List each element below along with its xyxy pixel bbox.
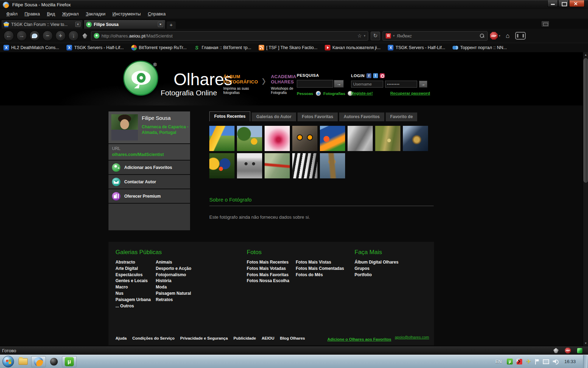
add-favorites-button[interactable]: Adicionar aos Favoritos	[108, 161, 190, 174]
search-input[interactable]	[397, 33, 477, 39]
photo-duckling[interactable]	[403, 126, 428, 151]
tab-fotos-favoritas[interactable]: Fotos Favoritas	[298, 113, 338, 121]
utorrent-tray-icon[interactable]: µ	[507, 359, 513, 364]
photo-dog-bw[interactable]	[348, 126, 373, 151]
explorer-button[interactable]	[19, 358, 28, 365]
footer-link[interactable]: Fotos Mais Recentes	[247, 259, 289, 266]
menu-item[interactable]: Справка	[144, 10, 169, 18]
menu-item[interactable]: Файл	[3, 10, 21, 18]
offer-premium-button[interactable]: Oferecer Premium	[108, 189, 190, 203]
chevron-down-icon[interactable]: ▾	[364, 34, 365, 38]
footer-bottom-link[interactable]: Condições do Serviço	[132, 335, 175, 342]
adblock-status-icon[interactable]: ABP	[565, 348, 571, 354]
radio-people-label[interactable]: Pessoas	[297, 91, 313, 96]
contact-author-button[interactable]: Contactar Autor	[108, 175, 190, 189]
footer-bottom-link[interactable]: AEIOU	[261, 335, 274, 342]
new-tab-button[interactable]: +	[167, 21, 176, 29]
addon-diamond-icon[interactable]	[83, 33, 87, 39]
login-submit-button[interactable]: →	[419, 81, 427, 88]
footer-link[interactable]: Portfolio	[355, 272, 398, 278]
profile-location[interactable]: Charneca de Caparica - Almada, Portugal	[142, 124, 188, 135]
olhares-social-icon[interactable]	[380, 73, 385, 78]
footer-link[interactable]: Fotojornalismo	[156, 272, 191, 278]
volume-icon[interactable]	[553, 359, 559, 364]
photo-dragonfly[interactable]	[375, 126, 400, 151]
photo-goose[interactable]	[320, 153, 345, 178]
browser-tab-filipe-sousa[interactable]: Filipe Sousa ×	[84, 20, 166, 29]
menu-item[interactable]: Журнал	[58, 10, 82, 18]
maximize-button[interactable]	[558, 0, 569, 7]
password-field[interactable]	[385, 81, 417, 88]
footer-link[interactable]: Nus	[115, 291, 151, 297]
footer-link[interactable]: Moda	[156, 284, 191, 291]
tab-fotos-recentes[interactable]: Fotos Recentes	[209, 111, 250, 121]
sphere-app-button[interactable]	[50, 358, 58, 366]
scroll-down-icon[interactable]: ▼	[583, 341, 588, 346]
footer-link[interactable]: Animais	[156, 259, 191, 266]
panorama-icon[interactable]	[515, 32, 526, 40]
album-promo-link[interactable]: ÁLBUM FOTOGRÁFICO Imprima as suas fotogr…	[223, 74, 258, 95]
bookmark-item[interactable]: BitTorrent трекер RuTr...	[131, 45, 187, 50]
reload-button[interactable]: ↻	[371, 32, 380, 40]
scrollbar[interactable]: ▲ ▼	[583, 52, 588, 346]
photo-lorikeet-flower[interactable]	[209, 153, 234, 178]
menu-item[interactable]: Правка	[21, 10, 43, 18]
green-gem-icon[interactable]	[577, 348, 582, 353]
language-indicator[interactable]: EN	[495, 359, 502, 364]
footer-link[interactable]: Fotos Mais Favoritas	[247, 272, 289, 278]
bookmark-item[interactable]: Главная :: BitTorrent тр...	[194, 45, 251, 50]
scroll-up-icon[interactable]: ▲	[583, 52, 588, 57]
add-to-favorites-link[interactable]: Adicione o Olhares aos Favoritos	[327, 337, 391, 341]
photo-dog-face-bw[interactable]	[237, 153, 262, 178]
olhares-logo-icon[interactable]	[123, 61, 158, 96]
scrollbar-thumb[interactable]	[583, 58, 588, 183]
zoom-out-button[interactable]: −	[42, 30, 53, 41]
photo-lorikeet[interactable]	[320, 126, 345, 151]
airplane-tray-icon[interactable]: ✈	[526, 358, 531, 365]
footer-link[interactable]: Macro	[115, 284, 151, 291]
footer-link[interactable]: Fotos Mais Comentadas	[296, 266, 344, 272]
bookmark-item[interactable]: [ TSF ] The Skaro Factio...	[259, 45, 317, 50]
footer-link[interactable]: Fotos do Mês	[296, 272, 344, 278]
photo-pink-flower[interactable]	[265, 126, 290, 151]
support-email-link[interactable]: apoio@olhares.com	[395, 335, 429, 339]
minimize-button[interactable]	[547, 0, 558, 7]
photo-tree-woman[interactable]	[237, 126, 262, 151]
browser-tab-tsgk[interactable]: TSGK Clan Forum :: View to... ×	[1, 20, 83, 29]
addon-diamond-icon[interactable]	[553, 348, 559, 353]
footer-link[interactable]: Abstracto	[115, 259, 151, 266]
footer-link[interactable]: Arte Digital	[115, 266, 151, 272]
footer-bottom-link[interactable]: Publicidade	[233, 335, 256, 342]
footer-link[interactable]: Desporto e Acção	[156, 266, 191, 272]
clock[interactable]: 16:33	[564, 359, 576, 364]
chevron-down-icon[interactable]: ▾	[393, 34, 395, 38]
bookmark-star-icon[interactable]: ☆	[357, 33, 362, 39]
recover-password-link[interactable]: Recuperar password	[390, 91, 430, 95]
radio-photos-label[interactable]: Fotografias	[323, 91, 345, 96]
footer-bottom-link[interactable]: Blog Olhares	[280, 335, 305, 342]
search-bar[interactable]: Я ▾	[383, 31, 488, 41]
facebook-icon[interactable]	[366, 73, 371, 78]
forward-button[interactable]: →	[16, 30, 27, 41]
show-desktop-button[interactable]	[583, 355, 587, 368]
url-bar[interactable]: http://olhares.aeiou.pt/MadScientist ☆ ▾	[91, 31, 368, 41]
photo-tiger-bw[interactable]	[292, 153, 317, 178]
radio-people[interactable]	[316, 91, 321, 96]
footer-bottom-link[interactable]: Privacidade e Segurança	[180, 335, 228, 342]
action-center-flag-icon[interactable]	[535, 359, 539, 364]
bookmark-item[interactable]: Канал пользователя ji...	[325, 45, 380, 50]
kaspersky-icon[interactable]	[517, 359, 522, 364]
footer-link[interactable]: Paisagem Natural	[156, 291, 191, 297]
footer-bottom-link[interactable]: Ajuda	[115, 335, 127, 342]
downloads-button[interactable]: ↓	[68, 30, 79, 41]
twitter-icon[interactable]	[373, 73, 378, 78]
back-button[interactable]: ←	[4, 30, 14, 41]
username-field[interactable]	[351, 81, 383, 88]
bookmark-item[interactable]: Торрент портал :: NN...	[453, 45, 507, 50]
extension-bubble-button[interactable]	[29, 30, 40, 41]
profile-url-link[interactable]: olhares.com/MadScientist	[112, 152, 187, 157]
menu-item[interactable]: Вид	[43, 10, 59, 18]
start-button[interactable]	[2, 356, 14, 367]
tab-favorito-de[interactable]: Favorito de	[386, 113, 418, 121]
tab-galerias-do-autor[interactable]: Galerias do Autor	[252, 113, 296, 121]
